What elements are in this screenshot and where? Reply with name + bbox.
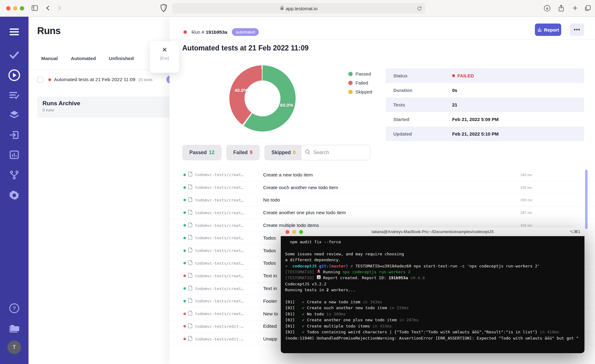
tab-unfinished[interactable]: Unfinished <box>109 56 134 61</box>
tabs-divider <box>29 70 170 70</box>
summary-value-text: Feb 21, 2022 5:10 PM <box>452 131 499 136</box>
donut-failed-label: 40.0% <box>235 88 248 93</box>
test-row[interactable]: todomvc-tests/creat…Create a new todo it… <box>170 169 595 181</box>
summary-row-updated: UpdatedFeb 21, 2022 5:10 PM <box>386 127 584 141</box>
window-zoom-button[interactable] <box>20 6 24 11</box>
terminal-line: [02] ✔ Create another one plus new todo … <box>285 317 584 323</box>
legend-item-skipped[interactable]: Skipped <box>348 89 372 94</box>
terminal-titlebar[interactable]: tatiana@Andreys-MacBook-Pro:~/Documents/… <box>281 228 584 236</box>
filter-count: 9 <box>250 150 253 155</box>
app-sidebar: ? T <box>0 17 29 364</box>
close-drawer-button[interactable]: ✕ [Esc] <box>150 41 179 73</box>
filter-label: Skipped <box>271 150 291 155</box>
run-list-item[interactable]: Automated tests at 21 Feb 2022 11:09 20 … <box>29 74 170 85</box>
esc-hint: [Esc] <box>150 56 179 60</box>
test-duration: 339 ms <box>495 186 532 189</box>
file-icon <box>188 323 192 330</box>
chart-legend: PassedFailedSkipped <box>348 71 372 98</box>
test-duration: 287 ms <box>495 211 532 214</box>
terminal-title: tatiana@Andreys-MacBook-Pro:~/Documents/… <box>281 229 584 234</box>
tests-check-icon[interactable] <box>0 48 29 62</box>
new-tab-icon[interactable] <box>571 4 579 13</box>
suites-layers-icon[interactable] <box>0 108 29 122</box>
share-icon[interactable] <box>558 4 565 14</box>
summary-value-text: 0s <box>452 88 457 93</box>
terminal-line: npm audit fix --force <box>285 239 584 245</box>
settings-gear-icon[interactable] <box>0 188 29 202</box>
legend-item-passed[interactable]: Passed <box>348 71 372 76</box>
scrollbar-thumb[interactable] <box>585 170 588 229</box>
test-status-dot-failed <box>183 325 186 327</box>
test-file-path: todomvc-tests/creat… <box>195 223 260 228</box>
test-title: Create ouch another new todo item <box>263 185 495 190</box>
runs-archive-card[interactable]: Runs Archive 0 runs <box>37 97 170 118</box>
tabs-overview-icon[interactable] <box>584 4 592 13</box>
run-id: 191b953a <box>206 29 227 35</box>
summary-value-text: 21 <box>452 102 457 107</box>
pipelines-branch-icon[interactable] <box>0 168 29 182</box>
downloads-icon[interactable] <box>543 4 551 13</box>
import-icon[interactable] <box>0 128 29 142</box>
help-icon[interactable]: ? <box>0 301 29 315</box>
report-button[interactable]: Report <box>535 24 561 36</box>
menu-icon[interactable] <box>0 25 29 39</box>
search-box[interactable] <box>301 145 370 160</box>
search-input[interactable] <box>313 150 360 155</box>
filter-label: Failed <box>233 150 248 155</box>
test-title: No todo <box>263 197 495 203</box>
tab-automated[interactable]: Automated <box>71 56 96 61</box>
analytics-chart-icon[interactable] <box>0 148 29 162</box>
window-minimize-button[interactable] <box>13 6 17 11</box>
run-checkbox[interactable] <box>37 77 43 83</box>
test-status-dot-failed <box>183 338 186 340</box>
browser-chrome: app.testomat.io <box>0 0 595 17</box>
search-icon <box>305 149 311 156</box>
failed-status-dot <box>452 74 455 77</box>
run-title: Automated tests at 21 Feb 2022 11:09 <box>182 44 309 52</box>
url-bar[interactable]: app.testomat.io <box>172 3 425 14</box>
test-status-dot-failed <box>183 275 186 277</box>
automated-badge: automated <box>232 28 259 36</box>
avatar[interactable]: T <box>7 340 21 354</box>
page-title: Runs <box>37 25 61 37</box>
terminal-line: [01] ✔ No todo in 309ms <box>285 311 584 317</box>
window-close-button[interactable] <box>6 6 11 11</box>
summary-row-started: StartedFeb 21, 2022 5:09 PM <box>386 112 584 127</box>
test-duration: 433 ms <box>495 223 532 227</box>
close-icon[interactable]: ✕ <box>150 46 179 53</box>
shield-icon[interactable] <box>160 4 167 13</box>
forward-icon[interactable] <box>55 4 63 13</box>
test-row[interactable]: todomvc-tests/creat…Create another one p… <box>170 206 595 219</box>
terminal-body[interactable]: npm audit fix --force Some issues need r… <box>281 236 584 353</box>
runs-tabs: ManualAutomatedUnfinished <box>41 56 134 61</box>
test-title: Create a new todo item <box>263 172 495 178</box>
legend-item-failed[interactable]: Failed <box>348 80 372 85</box>
more-actions-button[interactable]: ••• <box>570 24 584 36</box>
test-status-dot-passed <box>183 237 186 239</box>
chart-emoji-icon <box>317 275 321 280</box>
projects-folder-icon[interactable] <box>0 322 29 335</box>
run-id-label: Run # 191b953a <box>192 29 227 35</box>
summary-value: 21 <box>452 102 457 107</box>
test-status-dot-passed <box>183 249 186 252</box>
filter-failed-button[interactable]: Failed9 <box>226 145 260 160</box>
summary-value-text: FAILED <box>457 73 474 78</box>
test-plans-icon[interactable] <box>0 89 29 102</box>
filter-count: 0 <box>293 150 296 155</box>
test-row[interactable]: todomvc-tests/creat…No todo309 ms <box>170 194 595 207</box>
test-row[interactable]: todomvc-tests/creat…Create ouch another … <box>170 181 595 194</box>
runs-play-icon[interactable] <box>0 68 29 82</box>
summary-value-text: Feb 21, 2022 5:09 PM <box>452 117 499 122</box>
reload-icon[interactable] <box>417 6 422 12</box>
run-status-dot <box>48 78 51 81</box>
back-icon[interactable] <box>45 4 52 13</box>
report-chart-icon <box>537 27 542 32</box>
sidebar-toggle-icon[interactable] <box>31 4 38 13</box>
filter-skipped-button[interactable]: Skipped0 <box>264 145 303 160</box>
tab-manual[interactable]: Manual <box>41 56 58 61</box>
filter-passed-button[interactable]: Passed12 <box>182 145 222 160</box>
file-icon <box>188 184 192 191</box>
terminal-line: Running tests in 2 workers... <box>285 287 584 293</box>
test-file-path: todomvc-tests/creat… <box>195 185 260 190</box>
summary-label: Started <box>393 117 452 122</box>
